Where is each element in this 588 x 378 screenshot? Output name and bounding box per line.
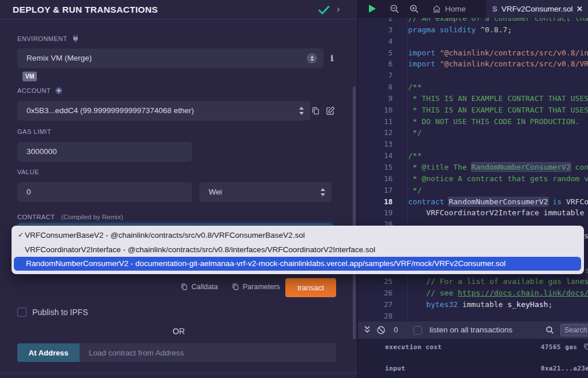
contract-option[interactable]: VRFCoordinatorV2Interface - @chainlink/c…: [12, 242, 584, 257]
code-line: 10 * THIS IS AN EXAMPLE CONTRACT THAT US…: [358, 104, 588, 116]
section-divider: [0, 373, 357, 373]
gas-limit-input[interactable]: [17, 142, 192, 162]
publish-ipfs-checkbox[interactable]: [17, 308, 27, 317]
line-number: 17: [358, 185, 393, 196]
line-text: * @notice A contract that gets random va…: [408, 173, 588, 185]
contract-option[interactable]: ✓VRFConsumerBaseV2 - @chainlink/contract…: [12, 228, 584, 242]
code-line: 2// An example of a consumer contract th…: [358, 18, 588, 24]
line-text: contract RandomNumberConsumerV2 is VRFCo…: [408, 196, 588, 208]
code-line: 6import "@chainlink/contracts/src/v0.8/V…: [358, 58, 588, 70]
add-account-icon[interactable]: [55, 87, 63, 95]
line-number: 5: [358, 47, 393, 59]
code-line: 4: [358, 36, 588, 47]
code-line: 8/**: [358, 81, 588, 93]
listen-all-checkbox[interactable]: [413, 326, 422, 335]
line-number: 16: [358, 173, 393, 185]
copy-icon: [232, 283, 239, 291]
home-icon: [432, 5, 441, 13]
value-input[interactable]: [17, 182, 192, 202]
line-number: 2: [358, 18, 393, 24]
tab-home[interactable]: Home: [424, 0, 474, 18]
line-text: */: [408, 127, 421, 139]
vm-badge: VM: [22, 72, 37, 81]
code-line: 17 */: [358, 185, 588, 196]
line-text: pragma solidity ^0.8.7;: [408, 24, 512, 36]
terminal-clear-icon[interactable]: [376, 325, 386, 335]
gas-limit-label: GAS LIMIT: [17, 128, 51, 135]
code-lines: 2// An example of a consumer contract th…: [358, 18, 588, 321]
line-number: 9: [358, 93, 393, 104]
line-number: 27: [358, 299, 393, 310]
code-line: 12 */: [358, 127, 588, 139]
line-number: 28: [358, 310, 393, 321]
listen-all-label: listen on all transactions: [429, 321, 512, 339]
copy-value-icon[interactable]: [583, 343, 588, 350]
code-editor[interactable]: 2// An example of a consumer contract th…: [358, 18, 588, 321]
line-text: // For a list of available gas lanes on …: [408, 276, 588, 287]
terminal-log[interactable]: execution cost47565 gasinput0xa21...a23e…: [358, 339, 588, 378]
line-number: 15: [358, 162, 393, 173]
copy-account-icon[interactable]: [311, 106, 320, 115]
panel-scrollbar[interactable]: [353, 87, 356, 339]
contract-option-label: VRFConsumerBaseV2 - @chainlink/contracts…: [25, 231, 305, 239]
line-number: 25: [358, 276, 393, 287]
line-number: 11: [358, 116, 393, 128]
panel-title: DEPLOY & RUN TRANSACTIONS: [13, 0, 158, 19]
contract-option-label: RandomNumberConsumerV2 - documentation-g…: [26, 259, 506, 268]
at-address-button[interactable]: At Address: [17, 343, 80, 362]
edit-account-icon[interactable]: [326, 106, 335, 115]
code-line: 15 * @title The RandomNumberConsumerV2 c…: [358, 162, 588, 173]
environment-select[interactable]: Remix VM (Merge): [17, 48, 323, 68]
tab-vrfv2consumer[interactable]: S VRFv2Consumer.sol ✕: [487, 0, 588, 18]
code-line: 7: [358, 70, 588, 81]
terminal-collapse-icon[interactable]: [363, 325, 371, 335]
calldata-button[interactable]: Calldata: [180, 283, 218, 291]
zoom-in-icon[interactable]: [409, 4, 419, 14]
account-select[interactable]: 0x5B3...eddC4 (99.999999999997374068 eth…: [17, 101, 310, 121]
transact-button[interactable]: transact: [285, 278, 336, 297]
terminal-row-value: 0xa21...a23e4: [541, 365, 588, 372]
line-text: // An example of a consumer contract tha…: [408, 18, 588, 24]
code-line: 13: [358, 139, 588, 150]
line-number: 26: [358, 287, 393, 299]
transaction-count-badge: 0: [394, 321, 398, 339]
contract-option[interactable]: RandomNumberConsumerV2 - documentation-g…: [14, 257, 581, 271]
terminal-search-input[interactable]: [560, 324, 588, 336]
code-line: 9 * THIS IS AN EXAMPLE CONTRACT THAT USE…: [358, 93, 588, 104]
terminal-toolbar: 0 listen on all transactions: [358, 321, 588, 339]
select-caret-icon: [299, 106, 304, 115]
line-number: 7: [358, 70, 393, 81]
line-number: 3: [358, 24, 393, 36]
line-number: 12: [358, 127, 393, 139]
select-caret-icon: [320, 188, 326, 197]
option-check-icon: ✓: [18, 228, 24, 242]
or-separator: OR: [0, 327, 357, 336]
at-address-input[interactable]: [80, 343, 336, 362]
line-number: 8: [358, 81, 393, 93]
environment-info-icon[interactable]: i: [330, 53, 334, 63]
code-line: 25 // For a list of available gas lanes …: [358, 276, 588, 287]
code-line: 18contract RandomNumberConsumerV2 is VRF…: [358, 196, 588, 208]
panel-collapse-icon[interactable]: ›: [337, 3, 340, 16]
deploy-run-panel: DEPLOY & RUN TRANSACTIONS › ENVIRONMENT …: [0, 0, 357, 378]
line-number: 10: [358, 104, 393, 116]
terminal-row-key: input: [385, 365, 405, 372]
line-text: /**: [408, 150, 421, 162]
code-line: 28: [358, 310, 588, 321]
line-number: 13: [358, 139, 393, 150]
close-tab-icon[interactable]: ✕: [576, 5, 583, 13]
line-text: * THIS IS AN EXAMPLE CONTRACT THAT USES …: [408, 93, 588, 104]
value-label: VALUE: [17, 169, 39, 175]
plug-icon: [71, 35, 80, 43]
parameters-button[interactable]: Parameters: [232, 283, 280, 291]
line-text: /**: [408, 81, 421, 93]
line-text: import "@chainlink/contracts/src/v0.8/in…: [408, 47, 588, 59]
run-script-icon[interactable]: [369, 5, 376, 13]
publish-ipfs-label: Publish to IPFS: [32, 308, 88, 317]
solidity-file-icon: S: [492, 5, 497, 13]
select-caret-icon: [307, 53, 317, 63]
contract-option-label: VRFCoordinatorV2Interface - @chainlink/c…: [25, 245, 375, 254]
line-text: */: [408, 185, 421, 196]
value-unit-select[interactable]: Wei: [199, 182, 331, 202]
zoom-out-icon[interactable]: [390, 4, 399, 14]
